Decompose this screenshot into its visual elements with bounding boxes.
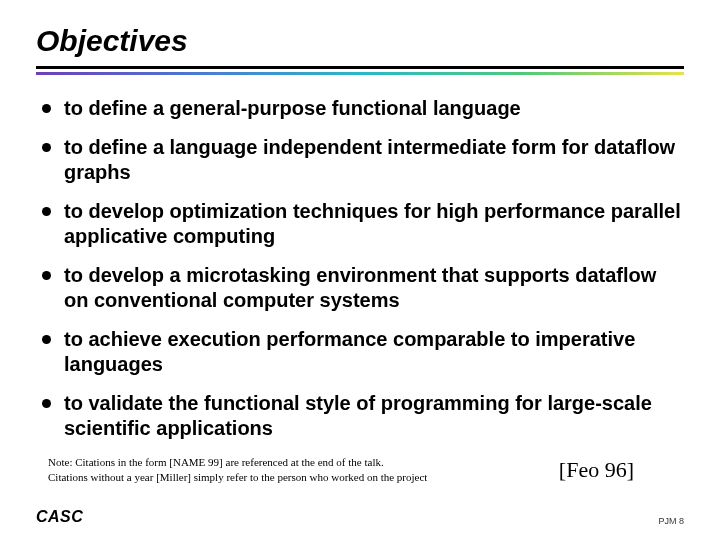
slide: Objectives to define a general-purpose f… [0, 0, 720, 540]
slide-title: Objectives [36, 24, 684, 58]
footer: CASC PJM 8 [36, 508, 684, 526]
list-item: to define a language independent interme… [36, 135, 684, 185]
content-area: to define a general-purpose functional l… [36, 78, 684, 485]
footer-right: PJM 8 [658, 516, 684, 526]
divider-gradient [36, 72, 684, 75]
divider-top [36, 66, 684, 69]
list-item: to define a general-purpose functional l… [36, 96, 684, 121]
footer-left: CASC [36, 508, 83, 526]
list-item: to develop optimization techniques for h… [36, 199, 684, 249]
footnote-line: Note: Citations in the form [NAME 99] ar… [48, 455, 427, 470]
citation: [Feo 96] [559, 455, 684, 483]
list-item: to validate the functional style of prog… [36, 391, 684, 441]
list-item: to develop a microtasking environment th… [36, 263, 684, 313]
bullet-list: to define a general-purpose functional l… [36, 96, 684, 441]
note-row: Note: Citations in the form [NAME 99] ar… [36, 455, 684, 485]
footnote: Note: Citations in the form [NAME 99] ar… [48, 455, 427, 485]
list-item: to achieve execution performance compara… [36, 327, 684, 377]
footnote-line: Citations without a year [Miller] simply… [48, 470, 427, 485]
